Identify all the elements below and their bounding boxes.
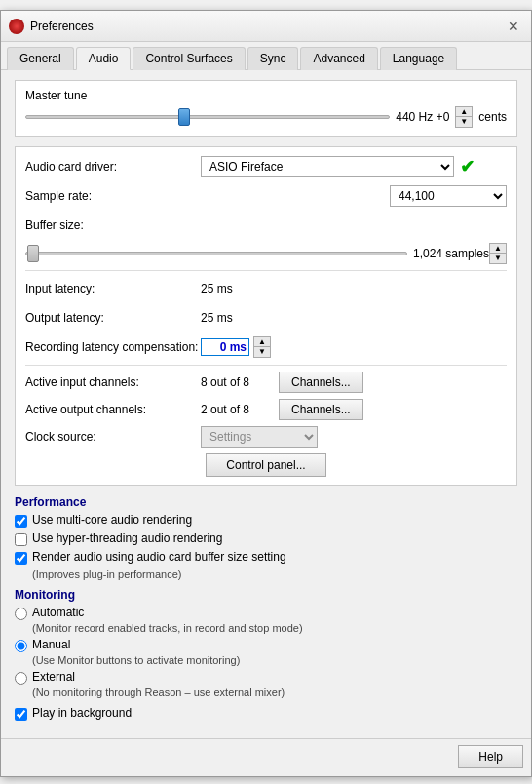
buffer-size-label: Buffer size: [25, 218, 201, 232]
tune-value: 440 Hz +0 [396, 110, 449, 124]
perf-option-3-checkbox[interactable] [15, 552, 27, 565]
buffer-thumb[interactable] [27, 245, 39, 262]
active-output-button[interactable]: Channels... [279, 399, 363, 420]
performance-section: Performance Use multi-core audio renderi… [15, 495, 517, 580]
monitoring-external-sub: (No monitoring through Reason – use exte… [32, 686, 517, 698]
perf-option-3-row: Render audio using audio card buffer siz… [15, 550, 517, 565]
perf-option-1-row: Use multi-core audio rendering [15, 513, 517, 528]
main-content: Master tune 440 Hz +0 ▲ ▼ cents Audio ca… [1, 70, 531, 738]
footer: Help [1, 738, 531, 776]
tab-language[interactable]: Language [380, 47, 457, 70]
perf-option-2-label[interactable]: Use hyper-threading audio rendering [32, 531, 222, 545]
sample-rate-label: Sample rate: [25, 189, 201, 203]
active-input-button[interactable]: Channels... [279, 372, 363, 393]
buffer-size-row: Buffer size: [25, 214, 507, 237]
close-button[interactable]: ✕ [504, 17, 523, 36]
play-background-checkbox[interactable] [15, 708, 27, 721]
tune-down-button[interactable]: ▼ [456, 117, 472, 127]
monitoring-manual-radio[interactable] [15, 640, 27, 652]
clock-source-label: Clock source: [25, 430, 201, 444]
slider-track [25, 115, 390, 119]
window-title: Preferences [30, 20, 94, 33]
separator2 [25, 365, 507, 366]
active-input-label: Active input channels: [25, 375, 201, 389]
monitoring-external-label[interactable]: External [32, 670, 75, 684]
sample-rate-row: Sample rate: 44,100 48,000 88,200 96,000 [25, 184, 507, 208]
monitoring-external-row: External [15, 670, 517, 685]
monitoring-auto-row: Automatic [15, 606, 517, 620]
input-latency-row: Input latency: 25 ms [25, 277, 507, 300]
rec-latency-down[interactable]: ▼ [254, 347, 270, 357]
clock-source-row: Clock source: Settings [25, 426, 507, 448]
rec-latency-label: Recording latency compensation: [25, 340, 201, 354]
monitoring-auto-label[interactable]: Automatic [32, 606, 84, 619]
audio-card-select[interactable]: ASIO Fireface [201, 156, 454, 177]
output-latency-value: 25 ms [201, 311, 233, 325]
tune-up-button[interactable]: ▲ [456, 107, 472, 117]
monitoring-manual-sub: (Use Monitor buttons to activate monitor… [32, 654, 517, 666]
title-bar-left: Preferences [9, 19, 94, 34]
title-bar: Preferences ✕ [1, 11, 531, 42]
monitoring-section: Monitoring Automatic (Monitor record ena… [15, 588, 517, 698]
reason-icon [9, 19, 24, 34]
master-tune-slider[interactable] [25, 107, 390, 127]
rec-latency-up[interactable]: ▲ [254, 337, 270, 347]
help-button[interactable]: Help [458, 745, 523, 768]
monitoring-auto-sub: (Monitor record enabled tracks, in recor… [32, 622, 517, 634]
buffer-track [25, 252, 407, 255]
preferences-window: Preferences ✕ General Audio Control Surf… [0, 10, 532, 777]
input-latency-label: Input latency: [25, 282, 201, 295]
audio-card-driver-row: Audio card driver: ASIO Fireface ✔ [25, 155, 507, 178]
monitoring-external-radio[interactable] [15, 672, 27, 685]
tab-bar: General Audio Control Surfaces Sync Adva… [1, 42, 531, 70]
driver-row: ASIO Fireface ✔ [201, 156, 475, 177]
active-output-row: Active output channels: 2 out of 8 Chann… [25, 399, 507, 420]
monitoring-manual-label[interactable]: Manual [32, 638, 70, 651]
play-background-label[interactable]: Play in background [32, 706, 132, 720]
output-latency-row: Output latency: 25 ms [25, 306, 507, 330]
monitoring-manual-row: Manual [15, 638, 517, 652]
rec-latency-input-row: ▲ ▼ [201, 336, 271, 358]
separator1 [25, 270, 507, 271]
rec-latency-spin: ▲ ▼ [253, 336, 271, 358]
perf-sub-label: (Improves plug-in performance) [32, 568, 517, 580]
rec-latency-input[interactable] [201, 338, 249, 356]
monitoring-header: Monitoring [15, 588, 517, 602]
tab-audio[interactable]: Audio [76, 47, 132, 70]
perf-option-2-checkbox[interactable] [15, 533, 27, 546]
master-tune-group: Master tune 440 Hz +0 ▲ ▼ cents [15, 80, 517, 137]
active-output-label: Active output channels: [25, 403, 201, 416]
tab-advanced[interactable]: Advanced [300, 47, 377, 70]
buffer-up-button[interactable]: ▲ [490, 244, 506, 254]
buffer-value: 1,024 samples [413, 247, 489, 260]
active-input-row: Active input channels: 8 out of 8 Channe… [25, 372, 507, 393]
master-tune-row: 440 Hz +0 ▲ ▼ cents [25, 106, 507, 128]
active-input-count: 8 out of 8 [201, 375, 279, 389]
monitoring-auto-radio[interactable] [15, 608, 27, 620]
control-panel-button[interactable]: Control panel... [206, 453, 325, 477]
connected-icon: ✔ [460, 156, 475, 177]
input-latency-value: 25 ms [201, 282, 233, 295]
buffer-down-button[interactable]: ▼ [490, 254, 506, 263]
tab-control-surfaces[interactable]: Control Surfaces [133, 47, 245, 70]
buffer-spin: ▲ ▼ [489, 243, 507, 264]
perf-option-1-label[interactable]: Use multi-core audio rendering [32, 513, 192, 527]
active-output-count: 2 out of 8 [201, 403, 279, 416]
perf-option-1-checkbox[interactable] [15, 515, 27, 528]
master-tune-label: Master tune [25, 89, 507, 102]
slider-thumb[interactable] [178, 108, 190, 126]
sample-rate-select[interactable]: 44,100 48,000 88,200 96,000 [390, 185, 507, 207]
audio-card-label: Audio card driver: [25, 160, 201, 174]
output-latency-label: Output latency: [25, 311, 201, 325]
tune-unit: cents [478, 110, 507, 124]
buffer-slider[interactable] [25, 244, 407, 263]
clock-source-select[interactable]: Settings [201, 426, 318, 448]
perf-option-3-label[interactable]: Render audio using audio card buffer siz… [32, 550, 286, 564]
tab-sync[interactable]: Sync [247, 47, 299, 70]
tune-spin: ▲ ▼ [455, 106, 473, 128]
play-background-row: Play in background [15, 706, 517, 721]
audio-settings-group: Audio card driver: ASIO Fireface ✔ Sampl… [15, 146, 517, 486]
performance-header: Performance [15, 495, 517, 509]
buffer-slider-row: 1,024 samples ▲ ▼ [25, 243, 507, 264]
tab-general[interactable]: General [7, 47, 74, 70]
